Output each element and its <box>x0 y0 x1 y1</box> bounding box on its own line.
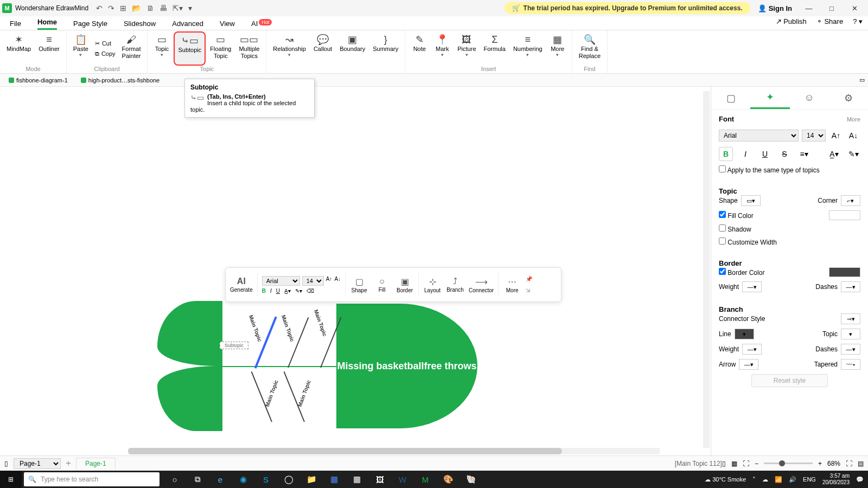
open-icon[interactable]: 📂 <box>132 4 141 12</box>
task-view[interactable]: ⧉ <box>187 471 208 488</box>
view-mode-2[interactable]: ▦ <box>731 460 737 467</box>
mindmap-button[interactable]: ✶MindMap <box>3 31 34 66</box>
task-edrawmind[interactable]: M <box>414 471 436 488</box>
grow-font-icon[interactable]: A↑ <box>326 276 333 286</box>
apply-same-checkbox[interactable] <box>719 165 726 172</box>
pin-icon[interactable]: 📌 <box>526 276 532 282</box>
paste-button[interactable]: 📋Paste <box>70 31 92 66</box>
signin-button[interactable]: 👤 Sign In <box>758 4 792 12</box>
subtopic-node[interactable]: Subtopic <box>220 342 248 349</box>
grow-font-button[interactable]: A↑ <box>829 129 843 143</box>
outliner-button[interactable]: ≡Outliner <box>35 31 63 66</box>
font-more[interactable]: More <box>847 116 860 123</box>
subtopic-button[interactable]: ⤷▭Subtopic <box>174 31 206 66</box>
trial-banner[interactable]: 🛒 The trial period has expired. Upgrade … <box>505 2 750 14</box>
task-ie[interactable]: e <box>209 471 231 488</box>
tab-view[interactable]: View <box>220 20 235 30</box>
bone-1[interactable] <box>255 317 276 368</box>
bone-label-5[interactable]: Main Topic <box>297 379 312 407</box>
help-button[interactable]: ? ▾ <box>853 17 863 25</box>
connector-button[interactable]: ⟶Connector <box>469 277 494 293</box>
branch-dashes-select[interactable]: —▾ <box>841 344 860 355</box>
rtab-style[interactable]: ✦ <box>750 87 789 109</box>
task-word[interactable]: W <box>392 471 413 488</box>
mark-button[interactable]: 📍Mark <box>431 31 453 66</box>
horizontal-scrollbar[interactable] <box>128 448 660 454</box>
task-zoom[interactable]: ▦ <box>323 471 345 488</box>
tab-pagestyle[interactable]: Page Style <box>73 20 107 30</box>
task-chrome[interactable]: ◯ <box>278 471 299 488</box>
picture-button[interactable]: 🖼Picture <box>454 31 479 66</box>
qat-more-icon[interactable]: ▾ <box>188 4 192 12</box>
font-color-button[interactable]: A̲▾ <box>284 288 291 294</box>
branch-topic-select[interactable]: ▾ <box>841 329 860 339</box>
tray-notifications[interactable]: 💬 <box>856 476 864 483</box>
font-size-select[interactable]: 14 <box>802 130 826 142</box>
more-button[interactable]: ▦More <box>547 31 569 66</box>
ai-generate-button[interactable]: AIGenerate <box>230 277 253 293</box>
size-select[interactable]: 14 <box>302 276 324 286</box>
bone-2[interactable] <box>288 317 309 368</box>
summary-button[interactable]: }Summary <box>369 31 401 66</box>
line-color-select[interactable]: ▾ <box>735 329 754 339</box>
doc-tab-2[interactable]: high-product…sts-fishbone <box>75 75 165 85</box>
tray-wifi[interactable]: 📶 <box>775 476 782 483</box>
note-button[interactable]: ✎Note <box>409 31 430 66</box>
font-family-select[interactable]: Arial <box>719 130 799 142</box>
task-app2[interactable]: 🐚 <box>460 471 482 488</box>
corner-select[interactable]: ⌐▾ <box>841 195 860 206</box>
shrink-font-button[interactable]: A↓ <box>846 129 860 143</box>
task-edge[interactable]: ◉ <box>232 471 254 488</box>
layout-button[interactable]: ⊹Layout <box>423 277 442 293</box>
shape-select[interactable]: ▭▾ <box>741 195 761 206</box>
tapered-select[interactable]: 〰▾ <box>841 359 860 370</box>
doc-tab-expand[interactable]: ▭ <box>859 76 868 84</box>
boundary-button[interactable]: ▣Boundary <box>336 31 368 66</box>
tab-home[interactable]: Home <box>37 18 57 30</box>
weight-select[interactable]: —▾ <box>742 281 762 292</box>
export-icon[interactable]: ⇱▾ <box>173 4 183 12</box>
page-tab-1[interactable]: Page-1 <box>76 458 116 470</box>
fishbone-head[interactable]: Missing basketballfree throws <box>336 304 477 428</box>
underline-button[interactable]: U <box>758 147 772 161</box>
tray-onedrive[interactable]: ☁ <box>762 476 768 483</box>
add-page-button[interactable]: ＋ <box>64 458 73 469</box>
minimize-button[interactable]: — <box>797 1 820 16</box>
bold-button[interactable]: B <box>719 147 733 161</box>
scrollbar-thumb[interactable] <box>128 448 562 454</box>
maximize-button[interactable]: □ <box>820 1 843 16</box>
weather-widget[interactable]: ☁ 30°C Smoke <box>705 476 746 483</box>
tab-file[interactable]: File <box>10 20 21 30</box>
rtab-icon[interactable]: ☺ <box>790 87 829 109</box>
formula-button[interactable]: ΣFormula <box>481 31 509 66</box>
clear-format-button[interactable]: ⌫ <box>307 288 314 294</box>
collapse-icon[interactable]: ⇲ <box>526 287 532 293</box>
fillcolor-checkbox[interactable] <box>719 211 726 218</box>
save-icon[interactable]: 🗎 <box>146 4 154 12</box>
undo-icon[interactable]: ↶ <box>96 4 103 12</box>
highlight-button[interactable]: ✎▾ <box>295 288 302 294</box>
zoom-in-button[interactable]: + <box>818 460 822 467</box>
outline-view-icon[interactable]: ▯ <box>4 460 8 467</box>
publish-button[interactable]: ↗ Publish <box>776 17 807 25</box>
canvas[interactable]: Missing basketballfree throws Main Topic… <box>0 87 689 467</box>
bold-button[interactable]: B <box>262 288 266 294</box>
bone-label-4[interactable]: Main Topic <box>264 379 279 407</box>
shrink-font-icon[interactable]: A↓ <box>334 276 341 286</box>
zoom-knob[interactable] <box>779 460 785 466</box>
numbering-button[interactable]: ≡Numbering <box>510 31 546 66</box>
redo-icon[interactable]: ↷ <box>108 4 114 12</box>
rtab-page[interactable]: ▢ <box>711 87 750 109</box>
border-button[interactable]: ▣Border <box>395 277 414 293</box>
bordercolor-swatch[interactable] <box>829 267 860 277</box>
align-button[interactable]: ≡▾ <box>797 147 811 161</box>
tray-chevron[interactable]: ˄ <box>752 476 756 483</box>
fullscreen-icon[interactable]: ⛶ <box>846 460 852 467</box>
copy-button[interactable]: ⧉Copy <box>95 50 116 57</box>
shadow-checkbox[interactable] <box>719 224 726 232</box>
callout-button[interactable]: 💬Callout <box>310 31 335 66</box>
doc-tab-1[interactable]: fishbone-diagram-1 <box>3 75 73 85</box>
font-select[interactable]: Arial <box>262 276 300 286</box>
multiple-topics-button[interactable]: ▭▭Multiple Topics <box>235 31 263 66</box>
fill-button[interactable]: ○Fill <box>373 277 391 293</box>
